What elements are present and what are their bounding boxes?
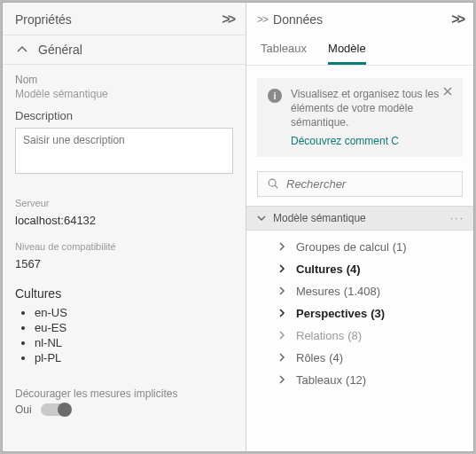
search-icon — [267, 177, 279, 190]
tree-item-count: (8) — [347, 329, 362, 342]
data-panel: >> Données >> Tableaux Modèle i Visualis… — [246, 3, 473, 451]
collapse-data-icon[interactable]: >> — [257, 13, 268, 26]
expand-data-icon[interactable]: >> — [451, 12, 463, 27]
tree-item[interactable]: Tableaux (12) — [246, 369, 473, 391]
tree-item-label: Groupes de calcul — [296, 240, 389, 254]
tree-item-count: (1.408) — [344, 285, 380, 298]
tree-item[interactable]: Relations (8) — [246, 325, 473, 347]
chevron-up-icon — [15, 43, 29, 57]
list-item: nl-NL — [35, 336, 233, 349]
tree-item-count: (3) — [371, 307, 385, 320]
properties-panel: Propriétés >> Général Nom Modèle sémanti… — [3, 3, 246, 451]
tree-item-count: (4) — [347, 262, 361, 276]
tree-item-label: Tableaux — [296, 373, 342, 387]
chevron-right-icon — [277, 308, 287, 318]
chevron-down-icon — [255, 212, 268, 224]
general-section-header[interactable]: Général — [3, 35, 246, 64]
svg-point-0 — [269, 179, 276, 186]
name-label: Nom — [15, 74, 233, 86]
server-label: Serveur — [3, 185, 246, 210]
tree-item-count: (4) — [329, 351, 343, 364]
info-banner: i Visualisez et organisez tous les éléme… — [257, 78, 463, 157]
info-icon: i — [268, 89, 282, 103]
compat-value: 1567 — [3, 254, 246, 272]
tree-item[interactable]: Rôles (4) — [246, 347, 473, 369]
compat-label: Niveau de compatibilité — [3, 229, 246, 254]
tree-item-label: Rôles — [296, 351, 325, 364]
tree-item-count: (1) — [393, 240, 407, 254]
chevron-right-icon — [277, 263, 287, 274]
tree-item-label: Mesures — [296, 285, 340, 298]
toggle-knob — [58, 403, 72, 417]
info-line1: Visualisez et organisez tous les — [291, 88, 439, 100]
description-label: Description — [3, 106, 246, 128]
chevron-right-icon — [277, 352, 287, 363]
more-icon[interactable]: ··· — [450, 212, 464, 224]
tab-modele[interactable]: Modèle — [328, 42, 366, 65]
tree-root-label: Modèle sémantique — [273, 212, 366, 224]
discourage-value-label: Oui — [15, 403, 32, 416]
discourage-label: Décourager les mesures implicites — [3, 370, 246, 403]
list-item: eu-ES — [35, 321, 233, 334]
chevron-right-icon — [277, 374, 287, 385]
search-box[interactable] — [257, 171, 463, 197]
chevron-right-icon — [277, 330, 287, 340]
close-icon[interactable] — [441, 85, 454, 100]
tree-item-label: Cultures — [296, 262, 343, 276]
chevron-right-icon — [277, 241, 287, 252]
data-tabs: Tableaux Modèle — [246, 35, 473, 66]
tree-item[interactable]: Groupes de calcul (1) — [246, 236, 473, 258]
properties-header: Propriétés >> — [3, 3, 246, 35]
properties-title: Propriétés — [15, 12, 72, 27]
tree-root[interactable]: Modèle sémantique ··· — [246, 206, 473, 231]
server-value: localhost:64132 — [3, 210, 246, 229]
cultures-list: en-USeu-ESnl-NLpl-PL — [3, 304, 246, 370]
discourage-toggle[interactable] — [41, 403, 71, 416]
list-item: pl-PL — [35, 351, 233, 364]
tab-tableaux[interactable]: Tableaux — [261, 42, 307, 65]
search-input[interactable] — [286, 177, 453, 191]
tree: Groupes de calcul (1)Cultures (4)Mesures… — [246, 231, 473, 396]
data-header: >> Données >> — [246, 3, 473, 35]
data-title: Données — [273, 12, 323, 27]
list-item: en-US — [35, 306, 233, 319]
info-link[interactable]: Découvrez comment C — [291, 134, 452, 148]
tree-item-label: Perspectives — [296, 307, 367, 320]
cultures-label: Cultures — [3, 272, 246, 304]
tree-item[interactable]: Cultures (4) — [246, 258, 473, 280]
collapse-properties-icon[interactable]: >> — [222, 12, 233, 27]
svg-line-1 — [275, 185, 277, 188]
chevron-right-icon — [277, 286, 287, 296]
general-label: Général — [38, 43, 82, 57]
name-value: Modèle sémantique — [15, 88, 233, 100]
tree-item[interactable]: Mesures (1.408) — [246, 280, 473, 302]
info-line2: éléments de votre modèle sémantique. — [291, 102, 413, 129]
tree-item-count: (12) — [346, 373, 366, 387]
description-input[interactable] — [15, 128, 233, 174]
tree-item[interactable]: Perspectives (3) — [246, 302, 473, 325]
tree-item-label: Relations — [296, 329, 344, 342]
